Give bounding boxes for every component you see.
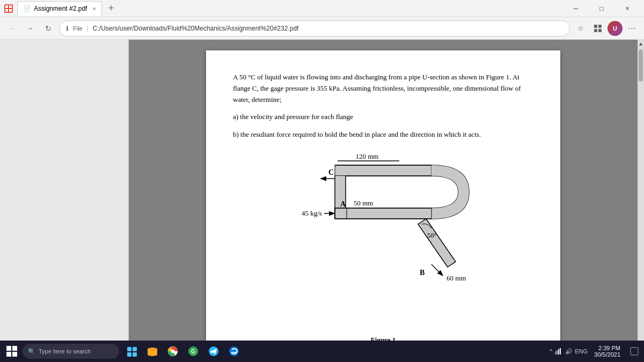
tab-close-button[interactable]: × [92, 5, 96, 12]
search-icon: 🔍 [28, 348, 35, 355]
svg-text:60 mm: 60 mm [447, 274, 466, 282]
svg-text:B: B [420, 269, 425, 277]
refresh-button[interactable]: ↻ [41, 21, 56, 36]
svg-rect-39 [127, 352, 131, 357]
sys-network [554, 346, 563, 356]
sidebar-left [0, 40, 129, 341]
svg-rect-37 [127, 347, 131, 351]
forward-button[interactable]: → [23, 21, 38, 36]
pdf-container[interactable]: A 50 °C of liquid water is flowing into … [129, 40, 638, 341]
svg-text:120 mm: 120 mm [356, 152, 379, 160]
taskbar-app-google[interactable]: G [184, 342, 203, 361]
taskbar-sys: ^ 🔊 ENG [545, 346, 592, 356]
pdf-tab[interactable]: 📄 Assignment #2.pdf × [17, 1, 102, 16]
pdf-tab-title: Assignment #2.pdf [34, 5, 87, 12]
scrollbar[interactable]: ▲ [638, 40, 644, 341]
taskbar-apps: G [122, 342, 244, 361]
svg-rect-6 [594, 29, 597, 32]
svg-text:A: A [340, 200, 346, 208]
date-display: 30/5/2021 [594, 351, 620, 358]
more-button[interactable]: ··· [625, 21, 640, 36]
sys-volume[interactable]: 🔊 [565, 348, 573, 355]
minimize-button[interactable]: ─ [564, 0, 588, 17]
svg-rect-40 [133, 352, 137, 357]
notification-button[interactable] [627, 342, 642, 361]
time-display: 2:39 PM [598, 345, 620, 351]
svg-line-30 [431, 264, 442, 275]
svg-text:58°: 58° [427, 231, 437, 239]
svg-text:50 mm: 50 mm [354, 199, 373, 207]
taskbar-app-files[interactable] [122, 342, 142, 361]
svg-rect-7 [598, 29, 602, 32]
avatar[interactable]: U [608, 21, 623, 36]
title-bar-left: 📄 Assignment #2.pdf × + [4, 1, 118, 16]
svg-rect-51 [631, 348, 638, 355]
svg-rect-34 [12, 346, 17, 351]
sys-caret[interactable]: ^ [550, 348, 552, 354]
taskbar-right: ^ 🔊 ENG 2:39 PM 30/5/2021 [545, 342, 642, 361]
file-icon: ℹ [66, 25, 69, 32]
svg-point-42 [171, 350, 175, 353]
pipe-diagram: 120 mm C [287, 149, 480, 331]
figure-area: 120 mm C [233, 149, 533, 331]
eng-label[interactable]: ENG [575, 348, 588, 354]
taskbar: 🔍 Type here to search G ^ 🔊 ENG [0, 341, 644, 362]
question-b: b) the resultant force required to hold … [233, 129, 533, 141]
window-icon [4, 4, 13, 13]
scroll-up[interactable]: ▲ [638, 40, 644, 47]
svg-rect-35 [6, 352, 11, 357]
start-button[interactable] [2, 342, 21, 361]
title-bar: 📄 Assignment #2.pdf × + ─ □ × [0, 0, 644, 17]
pdf-content: A 50 °C of liquid water is flowing into … [233, 72, 533, 141]
scroll-thumb[interactable] [639, 49, 643, 82]
svg-rect-38 [133, 347, 137, 351]
paragraph-1: A 50 °C of liquid water is flowing into … [233, 72, 533, 105]
svg-rect-2 [5, 9, 8, 12]
svg-rect-0 [5, 5, 8, 8]
taskbar-search[interactable]: 🔍 Type here to search [23, 344, 119, 359]
svg-rect-47 [555, 351, 556, 354]
svg-text:G: G [191, 349, 195, 354]
address-pill[interactable]: ℹ File | C:/Users/user/Downloads/Fluid%2… [59, 20, 570, 36]
address-actions: ☆ U ··· [573, 21, 640, 36]
svg-rect-49 [558, 349, 559, 354]
taskbar-time[interactable]: 2:39 PM 30/5/2021 [594, 345, 625, 358]
pdf-tab-icon: 📄 [23, 5, 31, 12]
taskbar-app-edge[interactable] [224, 342, 244, 361]
svg-rect-36 [12, 352, 17, 357]
svg-rect-5 [598, 25, 602, 28]
maximize-button[interactable]: □ [589, 0, 614, 17]
pdf-page: A 50 °C of liquid water is flowing into … [206, 50, 560, 341]
extensions-button[interactable] [590, 21, 605, 36]
question-a: a) the velocity and pressure for each fl… [233, 112, 533, 123]
svg-rect-1 [9, 5, 12, 8]
back-button[interactable]: ← [4, 21, 19, 36]
svg-rect-48 [557, 350, 558, 354]
new-tab-button[interactable]: + [104, 3, 119, 14]
figure-caption: Figure 1 [233, 336, 533, 341]
taskbar-app-telegram[interactable] [204, 342, 223, 361]
taskbar-app-explorer[interactable] [143, 342, 162, 361]
title-bar-right: ─ □ × [564, 0, 640, 17]
file-label: File [73, 25, 83, 32]
svg-text:45 kg/s: 45 kg/s [302, 209, 322, 217]
svg-rect-33 [6, 346, 11, 351]
svg-rect-4 [594, 25, 597, 28]
svg-rect-13 [335, 165, 431, 176]
address-url: C:/Users/user/Downloads/Fluid%20Mechanic… [93, 25, 563, 32]
close-window-button[interactable]: × [615, 0, 640, 17]
search-placeholder: Type here to search [39, 348, 91, 354]
svg-rect-50 [560, 348, 561, 354]
taskbar-app-chrome[interactable] [163, 342, 182, 361]
svg-rect-3 [9, 9, 12, 12]
svg-rect-19 [335, 208, 431, 219]
main-area: A 50 °C of liquid water is flowing into … [0, 40, 644, 341]
address-bar: ← → ↻ ℹ File | C:/Users/user/Downloads/F… [0, 17, 644, 40]
favorites-button[interactable]: ☆ [573, 21, 588, 36]
svg-text:C: C [328, 168, 334, 176]
